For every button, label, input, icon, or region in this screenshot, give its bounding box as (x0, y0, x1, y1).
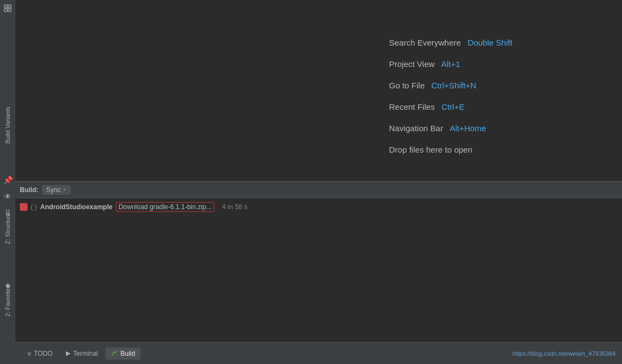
build-content: ( ) AndroidStudioexample Download gradle… (15, 198, 622, 216)
build-project-name: AndroidStudioexample (40, 203, 112, 211)
tab-todo-label: TODO (34, 350, 52, 357)
hint-search-shortcut: Double Shift (468, 38, 513, 47)
svg-rect-3 (8, 9, 11, 12)
left-sidebar: Build Variants 📌 👁 ⠿ Z: Structure ★ 2: F… (0, 0, 15, 364)
build-toolbar: Build: Sync × (15, 182, 622, 198)
tab-build[interactable]: Build (105, 348, 141, 360)
eye-icon[interactable]: 👁 (4, 192, 12, 201)
svg-rect-1 (8, 5, 11, 8)
favorites-label[interactable]: 2: Favorites (4, 285, 11, 316)
hint-nav: Navigation Bar Alt+Home (389, 119, 486, 137)
hint-goto-shortcut: Ctrl+Shift+N (431, 81, 476, 90)
hint-goto-label: Go to File (389, 81, 425, 90)
tab-terminal-label: Terminal (73, 350, 98, 357)
bottom-tabs: ≡ TODO ▶ Terminal Build (22, 348, 141, 360)
status-url: https://blog.csdn.net/weixin_47936384 (513, 350, 615, 357)
hint-search: Search Everywhere Double Shift (389, 33, 513, 52)
build-parens: ( ) (31, 203, 37, 211)
hint-search-label: Search Everywhere (389, 38, 461, 47)
hint-recent: Recent Files Ctrl+E (389, 98, 464, 116)
hint-project-label: Project View (389, 59, 435, 69)
svg-rect-2 (4, 9, 7, 12)
build-time-label: 4 m 58 s (222, 203, 247, 211)
build-icon (111, 350, 118, 357)
build-tab-label: Sync (46, 186, 61, 194)
hints-panel: Search Everywhere Double Shift Project V… (15, 0, 622, 181)
structure-label[interactable]: Z: Structure (4, 212, 11, 244)
terminal-icon: ▶ (66, 350, 70, 357)
tab-close-icon[interactable]: × (63, 187, 66, 193)
build-panel: Build: Sync × ( ) AndroidStudioexample D… (15, 181, 622, 342)
tab-terminal[interactable]: ▶ Terminal (60, 348, 103, 360)
hint-recent-label: Recent Files (389, 102, 435, 111)
stop-button[interactable] (20, 203, 27, 211)
bottom-toolbar: ≡ TODO ▶ Terminal Build https://blog.csd… (15, 342, 622, 364)
tab-todo[interactable]: ≡ TODO (22, 348, 58, 360)
pin-icon[interactable]: 📌 (3, 176, 13, 184)
todo-icon: ≡ (27, 350, 31, 357)
main-area: Search Everywhere Double Shift Project V… (15, 0, 622, 364)
sidebar-icon-top[interactable] (2, 2, 14, 14)
hint-nav-shortcut: Alt+Home (449, 124, 486, 133)
hint-recent-shortcut: Ctrl+E (441, 102, 464, 111)
build-task-label: Download gradle-6.1.1-bin.zip... (116, 202, 214, 212)
tab-build-label: Build (120, 350, 135, 357)
table-row[interactable]: ( ) AndroidStudioexample Download gradle… (15, 200, 622, 214)
build-sync-tab[interactable]: Sync × (42, 185, 71, 195)
hint-goto: Go to File Ctrl+Shift+N (389, 76, 476, 94)
hint-nav-label: Navigation Bar (389, 124, 443, 133)
hint-drop: Drop files here to open (389, 141, 473, 159)
build-variants-label[interactable]: Build Variants (4, 107, 11, 143)
hint-project-shortcut: Alt+1 (441, 59, 460, 69)
hint-project: Project View Alt+1 (389, 55, 460, 73)
svg-rect-0 (4, 5, 7, 8)
build-toolbar-label: Build: (20, 186, 38, 194)
